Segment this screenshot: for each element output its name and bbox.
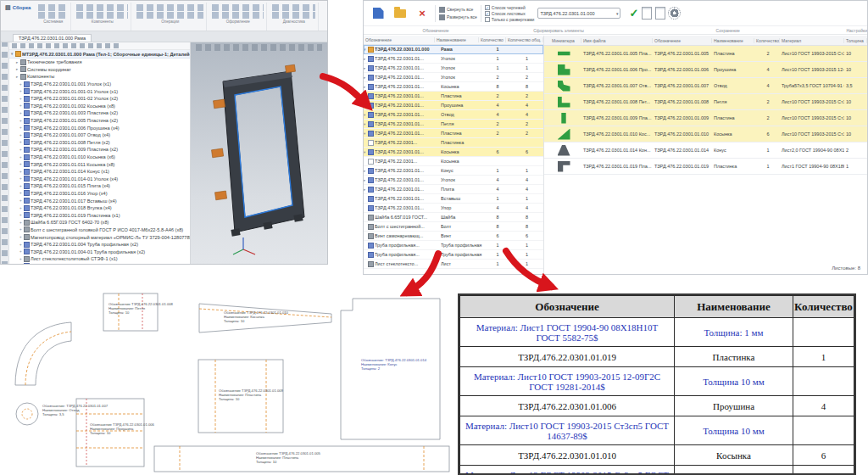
structure-row[interactable]: ▾ ТЗРД.476.22.0301.01... Проушина 4 4 xyxy=(364,101,543,110)
ribbon-icons[interactable] xyxy=(136,12,203,19)
column-header[interactable]: Материал xyxy=(780,38,844,43)
tree-section[interactable]: ▸ Системы координат xyxy=(9,66,190,74)
column-header[interactable]: Имя файла xyxy=(581,38,653,43)
chevron-down-icon[interactable]: ▾ xyxy=(616,11,619,16)
tree-item[interactable]: + ТЗРД.476.22.0301.01.006 Проушина (х4) xyxy=(9,124,190,131)
unfold-row[interactable]: ТЗРД.476.22.0301.01.005 Пла... ТЗРД.476.… xyxy=(544,46,867,62)
structure-row[interactable]: ТЗРД.476.22.0301... Пластинка xyxy=(364,138,543,148)
ribbon-icons[interactable] xyxy=(38,4,68,11)
ribbon-group-operations[interactable]: Операции xyxy=(136,3,207,31)
ribbon-group-components[interactable]: Компоненты xyxy=(75,3,131,31)
tree-item[interactable]: + ТЗРД.476.22.0301.01.004-01 Труба профи… xyxy=(9,248,190,255)
column-header[interactable]: Толщина xyxy=(844,38,867,43)
structure-row[interactable]: ▾ ТЗРД.476.22.0301.01... Пластина 2 2 xyxy=(364,92,543,101)
structure-row[interactable]: ▸ ТЗРД.476.22.0301.01... Уголок 1 1 xyxy=(364,64,543,73)
tree-item[interactable]: + Болт с шестигранной головкой ГОСТ Р ИС… xyxy=(9,226,190,234)
open-file-button[interactable] xyxy=(391,4,409,23)
tree-section[interactable]: ▸ Технические требования xyxy=(9,59,190,66)
tree-section[interactable]: ▸ Компоненты xyxy=(9,73,190,81)
tree-item[interactable]: + ТЗРД.476.22.0301.01.010 Косынка (х6) xyxy=(9,154,190,161)
ribbon-icons[interactable] xyxy=(212,12,264,19)
unfold-row[interactable]: ТЗРД.476.22.0301.01.019 Пла... ТЗРД.476.… xyxy=(544,159,867,175)
column-header[interactable]: Обозначение xyxy=(364,37,435,42)
tree-item[interactable]: + ТЗРД.476.22.0301.01.004 Труба профильн… xyxy=(9,241,190,249)
structure-row[interactable]: ▸ ТЗРД.476.22.0301.01... Конус 1 1 xyxy=(364,166,543,176)
structure-row[interactable]: ТЗРД.476.22.0301.01... Упор 4 4 xyxy=(364,204,543,213)
tree-toolbar[interactable] xyxy=(9,42,190,50)
structure-row[interactable]: Винт самонарезающ... Винт 6 6 xyxy=(364,232,543,241)
tree-item[interactable]: + ТЗРД.476.22.0301.01.007 Отвод (х4) xyxy=(9,131,190,139)
ribbon-group-annotation[interactable]: Оформление xyxy=(211,3,267,31)
ribbon-icons[interactable] xyxy=(272,4,315,11)
tree-item[interactable]: + ТЗРД.476.22.0301.01.001-01 Уголок (х1) xyxy=(9,87,190,95)
structure-row[interactable]: ▸ ТЗРД.476.22.0301.01... Косынка 8 8 xyxy=(364,82,543,92)
unfold-row[interactable]: ТЗРД.476.22.0301.01.007 Отв... ТЗРД.476.… xyxy=(544,78,867,94)
cad-app-badge[interactable]: ▤ Сборка xyxy=(3,3,33,13)
column-header[interactable]: Миниатюра xyxy=(544,38,581,43)
column-header[interactable]: Обозначение xyxy=(653,38,712,43)
column-header[interactable]: Количество общ. xyxy=(506,37,543,42)
tree-item[interactable]: + ТЗРД.476.22.0301.01.003 Пластина (х2) xyxy=(9,109,190,117)
structure-row[interactable]: Шайба 6.65Г.019 ГОСТ... Шайба 8 8 xyxy=(364,213,543,222)
ribbon-group-system[interactable]: Системная xyxy=(37,3,71,31)
structure-row[interactable]: ▾ ТЗРД.476.22.0301.01... Косынка 6 6 xyxy=(364,148,543,157)
column-header[interactable]: Наименование xyxy=(712,38,754,43)
tree-item[interactable]: + ТЗРД.476.22.0301.01.001-02 Уголок (х2) xyxy=(9,95,190,103)
tree-item[interactable]: + ТЗРД.476.22.0301.01.017 Вставыш (х4) xyxy=(9,197,190,204)
structure-row[interactable]: ТЗРД.476.22.0301... Косынка xyxy=(364,157,543,166)
ribbon-icons[interactable] xyxy=(76,4,128,11)
checkbox-icon[interactable] xyxy=(485,17,490,22)
unfold-row[interactable]: ТЗРД.476.22.0301.01.008 Пет... ТЗРД.476.… xyxy=(544,94,867,110)
toolbar-checkbox[interactable]: Только с развертками xyxy=(485,17,535,22)
column-header[interactable]: Количество xyxy=(754,38,780,43)
checkbox-icon[interactable] xyxy=(485,5,490,10)
viewport-toolbar[interactable] xyxy=(196,44,322,51)
tree-item[interactable]: + ТЗРД.476.22.0301.01.011 Косынка (х8) xyxy=(9,160,190,168)
ribbon-icons[interactable] xyxy=(38,12,68,19)
close-document-button[interactable]: × xyxy=(413,4,431,23)
structure-row[interactable]: ▾ ТЗРД.476.22.0301.01... Пластина 2 2 xyxy=(364,129,543,138)
toolbar-checkbox[interactable]: Список чертежей xyxy=(485,5,535,10)
structure-row[interactable]: ▸ ТЗРД.476.22.0301.01... Уголок 4 4 xyxy=(364,176,543,185)
structure-row[interactable]: ▸ ТЗРД.476.22.0301.01... Плита 4 4 xyxy=(364,185,543,194)
structure-row[interactable]: ▾ ТЗРД.476.22.0301.01... Петля 2 2 xyxy=(364,120,543,129)
toolbar-checkbox[interactable]: Список листовых xyxy=(485,11,535,16)
tree-item[interactable]: + ТЗРД.476.22.0301.01.009 Пластина (х2) xyxy=(9,146,190,154)
tree-root-node[interactable]: ▾ МТЗРД.476.22.0301.01.000 Рама (Тел-1; … xyxy=(9,50,190,59)
unfold-row[interactable]: ТЗРД.476.22.0301.01.006 Про... ТЗРД.476.… xyxy=(544,62,867,78)
tree-item[interactable]: + Магнитопровод стопорный материал «ОРМИ… xyxy=(9,233,190,241)
ribbon-icons[interactable] xyxy=(76,12,128,19)
unfold-row[interactable]: ТЗРД.476.22.0301.01.010 Кос... ТЗРД.476.… xyxy=(544,126,867,142)
cad-side-rail[interactable] xyxy=(1,42,9,264)
tree-item[interactable]: + ТЗРД.476.22.0301.01.018 Втулка (х4) xyxy=(9,204,190,212)
tree-item[interactable]: + ТЗРД.476.22.0301.01.008 Петля (х2) xyxy=(9,139,190,147)
ribbon-group-diagnostics[interactable]: Диагностика xyxy=(271,3,319,31)
tree-item[interactable]: + ТЗРД.476.22.0301.01.014-01 Уголок (х4) xyxy=(9,176,190,183)
tree-item[interactable]: + ТЗРД.476.22.0301.01.012 Пластина (х4) xyxy=(9,263,190,264)
checkbox-icon[interactable] xyxy=(485,11,490,16)
tree-item[interactable]: + ТЗРД.476.22.0301.01.005 Пластина (х2) xyxy=(9,117,190,125)
ribbon-icons[interactable] xyxy=(272,12,315,19)
assembly-select-combobox[interactable]: ТЗРД.476.22.0301.01.000 ▾ xyxy=(537,8,620,19)
ribbon-icons[interactable] xyxy=(212,4,264,11)
generate-task-button[interactable] xyxy=(369,4,387,23)
structure-row[interactable]: Болт с шестигранной... Болт 8 8 xyxy=(364,222,543,232)
unfold-row[interactable]: ТЗРД.476.22.0301.01.009 Пла... ТЗРД.476.… xyxy=(544,110,867,126)
tree-item[interactable]: + ТЗРД.476.22.0301.01.002 Косынка (х8) xyxy=(9,103,190,110)
frame-3d-model[interactable] xyxy=(191,51,327,264)
structure-row[interactable]: ▾ ТЗРД.476.22.0301.01.000 Рама 1 xyxy=(364,45,543,54)
structure-row[interactable]: Труба профильная... Труба профильная 1 1 xyxy=(364,241,543,250)
column-header[interactable]: Количество xyxy=(479,37,506,42)
save-selected-button[interactable] xyxy=(642,7,652,20)
hamburger-menu-icon[interactable]: ▤ xyxy=(5,4,11,11)
tree-item[interactable]: + ТЗРД.476.22.0301.01.015 Плита (х4) xyxy=(9,182,190,190)
ribbon-icons[interactable] xyxy=(136,4,203,11)
tree-item[interactable]: + ТЗРД.476.22.0301.01.001 Уголок (х1) xyxy=(9,81,190,88)
save-check-icon[interactable]: ✓ xyxy=(629,8,638,19)
structure-row[interactable]: ▸ ТЗРД.476.22.0301.01... Уголок 1 1 xyxy=(364,54,543,64)
tree-item[interactable]: + Шайба 6.65Г.019 ГОСТ 6402-70 (х8) xyxy=(9,219,190,226)
tree-item[interactable]: + Лист стеклотекстолитовый СТЭФ-1 (х1) xyxy=(9,255,190,263)
structure-row[interactable]: Труба профильная... Труба профильная 1 1 xyxy=(364,250,543,260)
structure-row[interactable]: Лист стеклотексто... Лист 1 1 xyxy=(364,260,543,269)
save-all-button[interactable] xyxy=(655,7,665,20)
